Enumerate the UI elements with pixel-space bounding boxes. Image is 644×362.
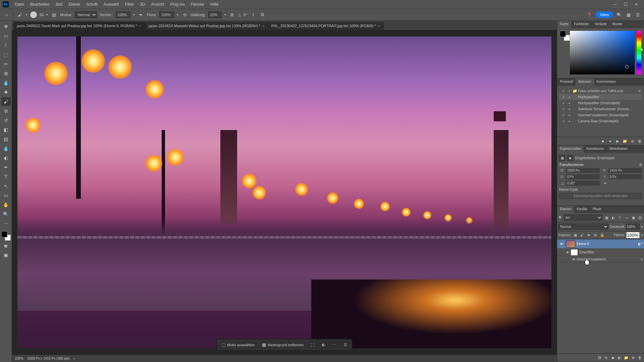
marquee-tool[interactable]: ▭ bbox=[1, 32, 11, 40]
h-input[interactable]: 1415 Px bbox=[608, 168, 642, 173]
doc-tab-1[interactable]: paris-2499022 David Mark auf Pixabay.jpg… bbox=[13, 22, 145, 30]
menu-view[interactable]: Ansicht bbox=[148, 1, 167, 8]
tab-korrekturen[interactable]: Korrekturen bbox=[584, 145, 606, 153]
check-icon[interactable]: ✓ bbox=[560, 95, 567, 99]
lock-transparent-icon[interactable]: ▦ bbox=[573, 233, 578, 238]
action-item[interactable]: ✓▸Hochpassfilter bbox=[559, 94, 642, 100]
eraser-tool[interactable]: ◧ bbox=[1, 125, 11, 134]
smoothing-input[interactable] bbox=[208, 11, 222, 18]
new-action-icon[interactable]: ⊕ bbox=[629, 138, 635, 144]
transform-icon[interactable]: ⛶ bbox=[309, 342, 317, 348]
lock-all-icon[interactable]: 🔒 bbox=[599, 233, 605, 238]
tab-muster[interactable]: Muster bbox=[609, 21, 625, 28]
arrange-icon[interactable]: ☰ bbox=[635, 11, 641, 18]
menu-image[interactable]: Bild bbox=[53, 1, 65, 8]
airbrush-icon[interactable]: ⟲ bbox=[181, 11, 188, 18]
pressure-size-icon[interactable]: ⌇ bbox=[250, 11, 257, 18]
lock-position-icon[interactable]: ✥ bbox=[586, 233, 591, 238]
zoom-value[interactable]: 100% bbox=[15, 357, 23, 360]
crop-tool[interactable]: ✂ bbox=[1, 60, 11, 68]
color-swatches[interactable] bbox=[1, 231, 11, 241]
angle-value[interactable]: 0° bbox=[244, 13, 247, 17]
brush-picker-chevron-icon[interactable]: ▾ bbox=[46, 13, 48, 16]
window-maximize-button[interactable]: ☐ bbox=[621, 1, 631, 8]
menu-type[interactable]: Schrift bbox=[84, 1, 100, 8]
workspace-icon[interactable]: ▦ bbox=[625, 11, 632, 18]
filter-adjust-icon[interactable]: ◐ bbox=[610, 215, 616, 220]
healing-tool[interactable]: ✚ bbox=[1, 88, 11, 97]
shape-tool[interactable]: ▭ bbox=[1, 191, 11, 200]
menu-filter[interactable]: Filter bbox=[122, 1, 137, 8]
layer-blend-select[interactable]: Normal bbox=[558, 224, 608, 230]
reset-transform-icon[interactable]: ↺ bbox=[639, 163, 642, 167]
smartfilter-row[interactable]: 👁 Smartfilter bbox=[557, 249, 644, 256]
menu-file[interactable]: Datei bbox=[12, 1, 27, 8]
fg-color-swatch[interactable] bbox=[560, 31, 566, 37]
action-item[interactable]: ✓▸Selektiver Scharfzeichner (Smarto... bbox=[559, 106, 642, 112]
reset-icon[interactable]: ↺ bbox=[638, 89, 641, 93]
eyedropper-tool[interactable]: 💧 bbox=[1, 78, 11, 87]
flip-h-icon[interactable]: ⇄ bbox=[602, 181, 606, 185]
group-icon[interactable]: 📁 bbox=[623, 355, 629, 360]
expand-up-icon[interactable]: ^ bbox=[641, 242, 643, 246]
lock-pixels-icon[interactable]: 🖌 bbox=[579, 233, 585, 238]
opacity-chevron-icon[interactable]: ▾ bbox=[133, 13, 135, 16]
stop-icon[interactable]: ■ bbox=[600, 138, 606, 144]
expand-icon[interactable]: ▾ bbox=[567, 89, 573, 93]
menu-select[interactable]: Auswahl bbox=[101, 1, 121, 8]
foreground-color-swatch[interactable] bbox=[1, 231, 7, 237]
canvas[interactable] bbox=[17, 37, 551, 348]
filter-toggle-icon[interactable]: ⏻ bbox=[637, 215, 643, 220]
blur-tool[interactable]: 💧 bbox=[1, 144, 11, 153]
tab-protokoll[interactable]: Protokoll bbox=[557, 78, 576, 86]
quickmask-tool[interactable]: ◙ bbox=[1, 241, 11, 250]
pin-icon[interactable]: 📍 bbox=[586, 11, 593, 18]
hue-slider[interactable] bbox=[637, 31, 641, 74]
fx-icon[interactable]: fx bbox=[603, 355, 609, 360]
tab-farbfelder[interactable]: Farbfelder bbox=[571, 21, 592, 28]
stamp-tool[interactable]: ⧉ bbox=[1, 107, 11, 115]
filter-search-icon[interactable]: 🔍 bbox=[558, 216, 562, 220]
smoothing-chevron-icon[interactable]: ▾ bbox=[224, 13, 226, 16]
search-icon[interactable]: 🔍 bbox=[616, 11, 623, 18]
visibility-icon[interactable]: 👁 bbox=[558, 242, 565, 246]
psb-link[interactable]: Ebene 0.psb bbox=[559, 188, 642, 191]
menu-help[interactable]: Hilfe bbox=[208, 1, 221, 8]
action-item[interactable]: ✓▸Unscharf maskieren (Smartobjekt) bbox=[559, 112, 642, 118]
edit-toolbar[interactable]: ⋯ bbox=[1, 219, 11, 228]
layer-row[interactable]: 👁 Ebene 0 ◐ ^ bbox=[557, 239, 644, 249]
layer-filter-select[interactable]: Art bbox=[564, 215, 602, 221]
delete-layer-icon[interactable]: 🗑 bbox=[637, 355, 643, 360]
filter-name[interactable]: Unscharf maskieren bbox=[577, 257, 641, 261]
layer-thumb[interactable] bbox=[566, 240, 575, 248]
expand-icon[interactable]: ▸ bbox=[567, 120, 573, 123]
new-set-icon[interactable]: 📁 bbox=[622, 138, 628, 144]
opacity-chevron-icon[interactable]: ▾ bbox=[641, 225, 643, 229]
check-icon[interactable]: ✓ bbox=[560, 89, 567, 93]
expand-icon[interactable]: ▸ bbox=[567, 96, 573, 99]
filter-smart-icon[interactable]: ▣ bbox=[631, 215, 636, 220]
tab-pfade[interactable]: Pfade bbox=[590, 206, 604, 213]
tool-preset-chevron-icon[interactable]: ▾ bbox=[26, 13, 28, 16]
fill-input[interactable] bbox=[626, 232, 640, 238]
brush-preview[interactable] bbox=[30, 11, 37, 18]
check-icon[interactable]: ✓ bbox=[560, 101, 567, 105]
selection-tool[interactable]: ⬚ bbox=[1, 50, 11, 59]
pressure-opacity-icon[interactable]: ✒ bbox=[138, 11, 144, 18]
share-button[interactable]: Teilen bbox=[595, 11, 613, 18]
path-tool[interactable]: ↖ bbox=[1, 182, 11, 190]
filter-shape-icon[interactable]: ▭ bbox=[624, 215, 629, 220]
layer-comp-button[interactable]: Ebenenkomposition nicht anwenden bbox=[559, 193, 642, 199]
brush-settings-icon[interactable]: ▨ bbox=[51, 11, 57, 18]
more-icon[interactable]: ⋯ bbox=[331, 342, 338, 348]
filter-item-row[interactable]: 👁 Unscharf maskieren ≡ bbox=[557, 256, 644, 263]
close-icon[interactable]: × bbox=[378, 24, 380, 28]
flow-chevron-icon[interactable]: ▾ bbox=[177, 13, 178, 16]
tab-kommentare[interactable]: Kommentare bbox=[594, 78, 619, 86]
color-field[interactable] bbox=[570, 31, 635, 74]
filter-options-icon[interactable]: ≡ bbox=[641, 257, 643, 261]
action-set-row[interactable]: ✓ ▾ 📁 Fotos schärfen von TutKit.com ↺ bbox=[559, 88, 642, 94]
pen-tool[interactable]: ✒ bbox=[1, 163, 11, 172]
gradient-tool[interactable]: ▤ bbox=[1, 135, 11, 143]
trash-icon[interactable]: 🗑 bbox=[637, 138, 643, 144]
